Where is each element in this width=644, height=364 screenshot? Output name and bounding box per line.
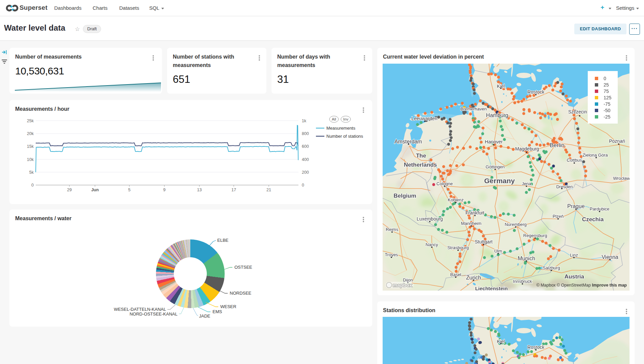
svg-text:15k: 15k xyxy=(27,144,34,149)
svg-text:Number of stations: Number of stations xyxy=(326,134,363,139)
svg-text:Nuremberg: Nuremberg xyxy=(505,222,526,227)
svg-text:29: 29 xyxy=(67,188,72,192)
svg-text:Zielona Góra: Zielona Góra xyxy=(582,153,608,158)
svg-text:Measurements: Measurements xyxy=(326,126,355,131)
svg-text:17: 17 xyxy=(231,188,236,192)
svg-text:9: 9 xyxy=(163,188,166,192)
svg-text:WESER: WESER xyxy=(220,304,236,309)
svg-text:Innsbruck: Innsbruck xyxy=(513,279,532,284)
svg-text:600: 600 xyxy=(302,144,309,149)
svg-text:Cottbus: Cottbus xyxy=(567,158,582,163)
svg-text:Jena: Jena xyxy=(522,181,532,186)
svg-text:Szczecin: Szczecin xyxy=(568,109,587,114)
svg-text:All: All xyxy=(332,117,336,121)
svg-text:125: 125 xyxy=(604,95,612,100)
svg-text:0: 0 xyxy=(31,183,34,188)
svg-text:© Mapbox © OpenStreetMap Impro: © Mapbox © OpenStreetMap Improve this ma… xyxy=(536,283,627,288)
svg-text:800: 800 xyxy=(302,131,309,136)
svg-text:Göttingen: Göttingen xyxy=(486,164,505,169)
svg-text:Poznań: Poznań xyxy=(609,138,625,144)
svg-text:Nancy: Nancy xyxy=(426,242,438,247)
svg-text:1k: 1k xyxy=(302,119,307,123)
svg-text:Pardubice: Pardubice xyxy=(590,206,610,211)
svg-text:0: 0 xyxy=(302,183,304,188)
svg-text:Linz: Linz xyxy=(570,253,578,258)
svg-text:200: 200 xyxy=(302,170,309,175)
svg-text:75: 75 xyxy=(604,89,609,94)
svg-text:21: 21 xyxy=(266,188,271,192)
svg-text:Dijon: Dijon xyxy=(403,277,413,283)
svg-text:mapbox: mapbox xyxy=(393,282,412,288)
svg-text:Hanover: Hanover xyxy=(485,139,503,144)
svg-text:Luxembourg: Luxembourg xyxy=(417,216,443,222)
svg-text:Basel: Basel xyxy=(450,272,461,277)
svg-text:Belgium: Belgium xyxy=(393,193,416,199)
svg-text:WESEL-DATTELN-KANAL: WESEL-DATTELN-KANAL xyxy=(114,307,166,312)
svg-text:25k: 25k xyxy=(27,119,34,123)
svg-text:Koblenz: Koblenz xyxy=(448,197,464,202)
svg-text:Ulm: Ulm xyxy=(494,249,502,254)
svg-text:Bremerhaven: Bremerhaven xyxy=(460,106,487,111)
svg-text:Plzeň: Plzeň xyxy=(553,214,564,219)
svg-text:Rostock: Rostock xyxy=(527,89,545,95)
svg-text:25: 25 xyxy=(604,82,609,88)
svg-text:Wrocław: Wrocław xyxy=(613,176,630,181)
svg-text:Strasbourg: Strasbourg xyxy=(447,245,469,250)
svg-text:Rostock: Rostock xyxy=(527,344,545,350)
svg-text:JADE: JADE xyxy=(199,313,211,319)
svg-text:Liechtenstein: Liechtenstein xyxy=(475,286,508,291)
svg-text:400: 400 xyxy=(302,157,309,162)
svg-text:Cologne: Cologne xyxy=(437,181,453,186)
svg-text:Leeuwarden: Leeuwarden xyxy=(411,116,437,121)
svg-text:10k: 10k xyxy=(27,157,34,162)
svg-text:Stuttgart: Stuttgart xyxy=(475,239,493,244)
svg-text:NORD-OSTSEE-KANAL: NORD-OSTSEE-KANAL xyxy=(130,311,178,317)
svg-text:5: 5 xyxy=(128,188,131,192)
svg-text:Magdeburg: Magdeburg xyxy=(515,146,539,152)
svg-text:Germany: Germany xyxy=(484,177,515,185)
svg-text:Regensburg: Regensburg xyxy=(523,233,547,238)
svg-text:Prague: Prague xyxy=(567,203,585,209)
svg-text:Netherlands: Netherlands xyxy=(404,162,437,168)
svg-text:Reims: Reims xyxy=(386,227,398,232)
svg-text:Berlin: Berlin xyxy=(550,142,564,148)
svg-text:-75: -75 xyxy=(604,101,610,107)
svg-text:Troyes: Troyes xyxy=(385,252,398,257)
svg-text:-25: -25 xyxy=(604,114,610,120)
svg-text:Jun: Jun xyxy=(91,188,99,192)
svg-text:Mannheim: Mannheim xyxy=(461,221,482,226)
svg-text:Salzburg: Salzburg xyxy=(543,265,560,270)
svg-text:NORDSEE: NORDSEE xyxy=(230,291,252,296)
svg-text:Dresden: Dresden xyxy=(556,184,573,189)
svg-text:13: 13 xyxy=(197,188,202,192)
svg-text:The: The xyxy=(416,153,426,159)
svg-text:0: 0 xyxy=(604,76,606,81)
svg-text:OSTSEE: OSTSEE xyxy=(234,265,252,270)
svg-text:EMS: EMS xyxy=(213,309,222,314)
svg-text:5k: 5k xyxy=(29,170,34,175)
svg-text:ELBE: ELBE xyxy=(217,238,229,243)
svg-text:20k: 20k xyxy=(27,131,34,136)
svg-text:Hamburg: Hamburg xyxy=(486,112,508,118)
svg-text:Frankfurt: Frankfurt xyxy=(465,210,484,216)
svg-text:Inv: Inv xyxy=(343,117,349,121)
svg-text:-50: -50 xyxy=(604,108,610,113)
svg-text:Austria: Austria xyxy=(565,273,584,280)
svg-text:Czechia: Czechia xyxy=(582,216,604,223)
